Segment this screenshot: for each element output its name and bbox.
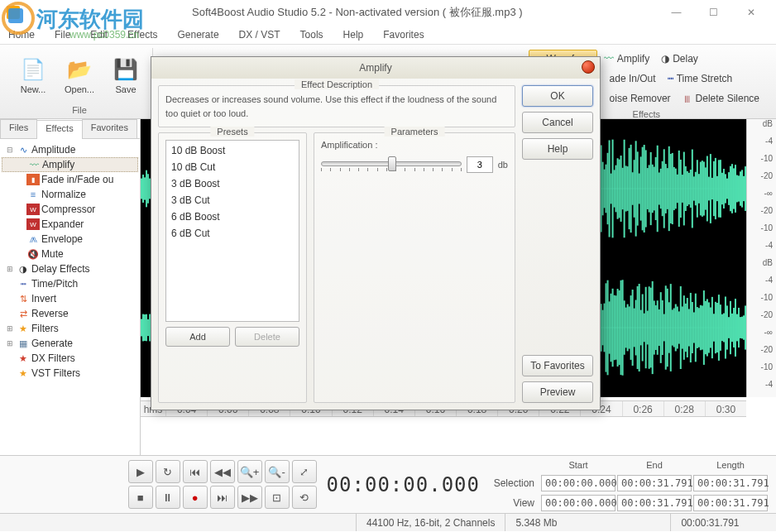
tab-effects[interactable]: Effects: [36, 120, 82, 139]
svg-rect-649: [606, 283, 607, 371]
svg-rect-727: [735, 299, 736, 357]
amplification-input[interactable]: [467, 156, 493, 173]
tree-generate[interactable]: ⊞▦Generate: [2, 336, 138, 351]
tree-expander[interactable]: WExpander: [2, 217, 138, 232]
record-button[interactable]: ●: [183, 486, 208, 509]
svg-rect-673: [645, 287, 647, 368]
svg-rect-676: [650, 288, 652, 368]
timestretch-button[interactable]: ┉Time Stretch: [663, 69, 738, 88]
tree-filters[interactable]: ⊞★Filters: [2, 321, 138, 336]
tree-fade[interactable]: ▮Fade in/Fade ou: [2, 172, 138, 187]
maximize-button[interactable]: ☐: [695, 1, 732, 24]
tab-files[interactable]: Files: [0, 119, 37, 138]
tree-reverse[interactable]: ⇄Reverse: [2, 306, 138, 321]
preset-item[interactable]: 3 dB Boost: [168, 175, 297, 192]
amplification-slider[interactable]: [321, 156, 462, 173]
presets-list[interactable]: 10 dB Boost10 dB Cut3 dB Boost3 dB Cut6 …: [165, 140, 299, 322]
svg-rect-701: [692, 302, 693, 353]
svg-rect-664: [630, 295, 632, 360]
minimize-button[interactable]: —: [658, 1, 695, 24]
menu-tools[interactable]: Tools: [300, 29, 323, 41]
zoom-in-button[interactable]: 🔍+: [237, 460, 262, 483]
menu-home[interactable]: Home: [8, 29, 35, 41]
stop-button[interactable]: ■: [128, 486, 153, 509]
view-end[interactable]: 00:00:31.791: [617, 495, 692, 511]
svg-rect-328: [682, 175, 683, 203]
tree-vst-filters[interactable]: ★VST Filters: [2, 366, 138, 381]
rewind-button[interactable]: ◀◀: [210, 460, 235, 483]
svg-rect-354: [725, 174, 726, 203]
to-favorites-button[interactable]: To Favorites: [522, 355, 593, 376]
preset-item[interactable]: 6 dB Cut: [168, 225, 297, 242]
svg-rect-726: [733, 308, 735, 347]
menu-generate[interactable]: Generate: [178, 29, 219, 41]
save-button[interactable]: 💾Save: [104, 48, 147, 103]
cancel-button[interactable]: Cancel: [522, 112, 593, 133]
sel-length[interactable]: 00:00:31.791: [693, 475, 768, 491]
zoom-100-button[interactable]: ⟲: [292, 486, 317, 509]
svg-rect-284: [609, 140, 611, 237]
close-button[interactable]: ✕: [732, 1, 769, 24]
tree-invert[interactable]: ⇅Invert: [2, 291, 138, 306]
dialog-titlebar[interactable]: Amplify: [151, 57, 600, 79]
forward-button[interactable]: ▶▶: [237, 486, 262, 509]
menu-help[interactable]: Help: [343, 29, 364, 41]
effects-tree[interactable]: ⊟∿Amplitude 〰Amplify ▮Fade in/Fade ou ≡N…: [0, 139, 140, 455]
fade-button[interactable]: ade In/Out: [605, 69, 661, 88]
preset-add-button[interactable]: Add: [165, 327, 230, 347]
tab-favorites[interactable]: Favorites: [82, 119, 137, 138]
svg-rect-703: [695, 294, 697, 362]
menu-dxvst[interactable]: DX / VST: [239, 29, 280, 41]
amplification-label: Amplification :: [321, 140, 508, 150]
view-start[interactable]: 00:00:00.000: [541, 495, 616, 511]
preset-item[interactable]: 10 dB Boost: [168, 142, 297, 159]
menu-effects[interactable]: Effects: [127, 29, 157, 41]
tree-mute[interactable]: 🔇Mute: [2, 247, 138, 261]
svg-rect-355: [726, 179, 728, 199]
zoom-out-button[interactable]: 🔍-: [265, 460, 290, 483]
sel-start[interactable]: 00:00:00.000: [541, 475, 616, 491]
preset-item[interactable]: 10 dB Cut: [168, 159, 297, 175]
help-button[interactable]: Help: [522, 138, 593, 160]
svg-rect-334: [692, 150, 693, 228]
svg-rect-281: [604, 170, 606, 208]
tree-time-pitch[interactable]: ┉Time/Pitch: [2, 276, 138, 291]
svg-rect-321: [670, 154, 672, 223]
zoom-sel-button[interactable]: ⤢: [292, 460, 317, 483]
svg-rect-696: [683, 295, 685, 360]
new-button[interactable]: 📄New...: [12, 48, 55, 103]
tree-delay-effects[interactable]: ⊞◑Delay Effects: [2, 261, 138, 276]
svg-rect-357: [730, 166, 731, 212]
tree-amplify[interactable]: 〰Amplify: [2, 157, 138, 172]
menu-favorites[interactable]: Favorites: [383, 29, 424, 41]
play-button[interactable]: ▶: [128, 460, 153, 483]
svg-rect-327: [680, 160, 682, 218]
tree-amplitude[interactable]: ⊟∿Amplitude: [2, 142, 138, 157]
preset-item[interactable]: 3 dB Cut: [168, 192, 297, 208]
slider-thumb[interactable]: [388, 156, 396, 171]
preset-item[interactable]: 6 dB Boost: [168, 208, 297, 225]
tree-dx-filters[interactable]: ★DX Filters: [2, 351, 138, 366]
svg-rect-343: [707, 156, 708, 222]
open-button[interactable]: 📂Open...: [58, 48, 101, 103]
view-length[interactable]: 00:00:31.791: [693, 495, 768, 511]
sel-end[interactable]: 00:00:31.791: [617, 475, 692, 491]
tree-normalize[interactable]: ≡Normalize: [2, 187, 138, 202]
next-marker-button[interactable]: ⏭: [210, 486, 235, 509]
zoom-fit-button[interactable]: ⊡: [265, 486, 290, 509]
tree-compressor[interactable]: WCompressor: [2, 202, 138, 217]
noise-remover-button[interactable]: oise Remover: [605, 89, 676, 108]
loop-button[interactable]: ↻: [156, 460, 180, 483]
amplify-button[interactable]: 〰Amplify: [599, 50, 654, 68]
delete-silence-button[interactable]: ⫼Delete Silence: [678, 89, 764, 108]
tree-envelope[interactable]: ⩕Envelope: [2, 232, 138, 247]
ok-button[interactable]: OK: [522, 85, 593, 107]
menu-edit[interactable]: Edit: [90, 29, 108, 41]
dialog-close-icon[interactable]: [582, 60, 595, 74]
preview-button[interactable]: Preview: [522, 381, 593, 403]
menu-file[interactable]: File: [55, 29, 70, 41]
file-group-label: File: [72, 105, 87, 115]
delay-button[interactable]: ◑Delay: [656, 50, 703, 68]
prev-marker-button[interactable]: ⏮: [183, 460, 208, 483]
pause-button[interactable]: ⏸: [156, 486, 180, 509]
